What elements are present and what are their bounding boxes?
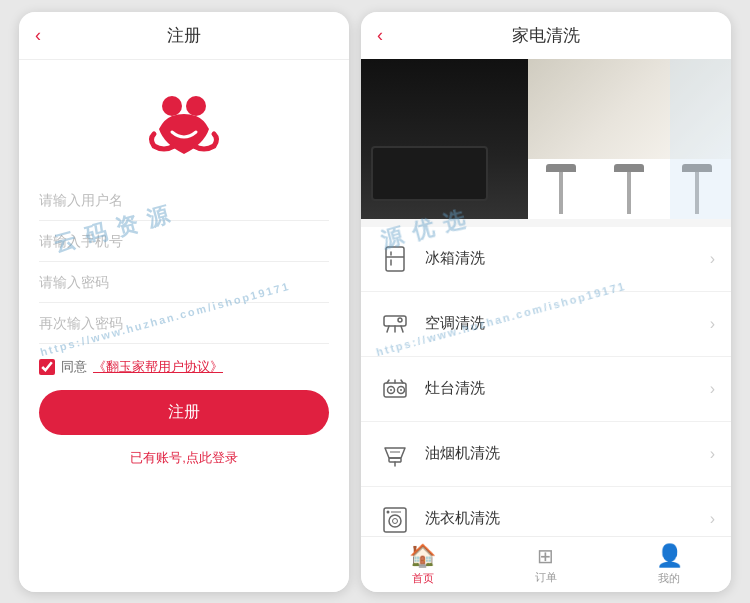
tab-bar: 🏠 首页 ⊞ 订单 👤 我的: [361, 536, 731, 592]
left-header: ‹ 注册: [19, 12, 349, 60]
back-button-left[interactable]: ‹: [35, 25, 41, 46]
service-name-ac: 空调清洗: [425, 314, 710, 333]
agreement-prefix: 同意: [61, 358, 87, 376]
chevron-ac: ›: [710, 315, 715, 333]
register-button[interactable]: 注册: [39, 390, 329, 435]
service-item-fridge[interactable]: 冰箱清洗 ›: [361, 227, 731, 292]
left-phone: ‹ 注册: [19, 12, 349, 592]
svg-rect-2: [386, 247, 404, 271]
chevron-washer: ›: [710, 510, 715, 528]
service-name-hood: 油烟机清洗: [425, 444, 710, 463]
app-logo: [144, 84, 224, 164]
back-button-right[interactable]: ‹: [377, 25, 383, 46]
agreement-row: 同意 《翻玉家帮用户协议》: [39, 358, 329, 376]
right-header: ‹ 家电清洗: [361, 12, 731, 59]
svg-point-10: [398, 318, 402, 322]
svg-point-0: [162, 96, 182, 116]
login-link[interactable]: 登录: [212, 450, 238, 465]
kitchen-dark-side: [361, 59, 528, 219]
tab-home-label: 首页: [412, 571, 434, 586]
tab-order-label: 订单: [535, 570, 557, 585]
washer-icon: [377, 501, 413, 536]
svg-line-9: [401, 326, 403, 332]
bar-stool-2: [614, 164, 644, 214]
tab-profile-label: 我的: [658, 571, 680, 586]
service-item-ac[interactable]: 空调清洗 ›: [361, 292, 731, 357]
service-item-stove[interactable]: 灶台清洗 ›: [361, 357, 731, 422]
ac-icon: [377, 306, 413, 342]
glass-panel: [670, 59, 731, 219]
order-icon: ⊞: [537, 544, 554, 568]
svg-point-23: [389, 515, 401, 527]
stove-icon: [377, 371, 413, 407]
hood-icon: [377, 436, 413, 472]
svg-point-1: [186, 96, 206, 116]
right-title: 家电清洗: [512, 24, 580, 47]
phone-input[interactable]: [39, 221, 329, 262]
service-item-hood[interactable]: 油烟机清洗 ›: [361, 422, 731, 487]
banner-image: [361, 59, 731, 219]
kitchen-light-side: [528, 59, 732, 219]
left-title: 注册: [167, 24, 201, 47]
svg-point-13: [390, 389, 392, 391]
bar-stool-1: [546, 164, 576, 214]
oven-visual: [371, 146, 488, 201]
agreement-link[interactable]: 《翻玉家帮用户协议》: [93, 358, 223, 376]
agreement-checkbox[interactable]: [39, 359, 55, 375]
home-icon: 🏠: [409, 543, 436, 569]
service-item-washer[interactable]: 洗衣机清洗 ›: [361, 487, 731, 536]
confirm-password-input[interactable]: [39, 303, 329, 344]
svg-rect-6: [384, 316, 406, 326]
service-name-stove: 灶台清洗: [425, 379, 710, 398]
chevron-fridge: ›: [710, 250, 715, 268]
registration-form: 同意 《翻玉家帮用户协议》 注册 已有账号,点此登录: [19, 180, 349, 592]
logo-area: [19, 60, 349, 180]
tab-order[interactable]: ⊞ 订单: [484, 537, 607, 592]
svg-point-24: [393, 518, 398, 523]
svg-point-25: [387, 510, 390, 513]
svg-line-7: [387, 326, 389, 332]
phones-wrapper: ‹ 注册: [19, 12, 731, 592]
chevron-stove: ›: [710, 380, 715, 398]
tab-profile[interactable]: 👤 我的: [608, 537, 731, 592]
fridge-icon: [377, 241, 413, 277]
profile-icon: 👤: [656, 543, 683, 569]
tab-home[interactable]: 🏠 首页: [361, 537, 484, 592]
username-input[interactable]: [39, 180, 329, 221]
password-input[interactable]: [39, 262, 329, 303]
right-phone: ‹ 家电清洗: [361, 12, 731, 592]
service-name-fridge: 冰箱清洗: [425, 249, 710, 268]
service-list: 冰箱清洗 › 空调清洗 ›: [361, 227, 731, 536]
kitchen-visual: [361, 59, 731, 219]
service-name-washer: 洗衣机清洗: [425, 509, 710, 528]
login-hint: 已有账号,点此登录: [39, 449, 329, 467]
chevron-hood: ›: [710, 445, 715, 463]
svg-point-15: [400, 389, 402, 391]
